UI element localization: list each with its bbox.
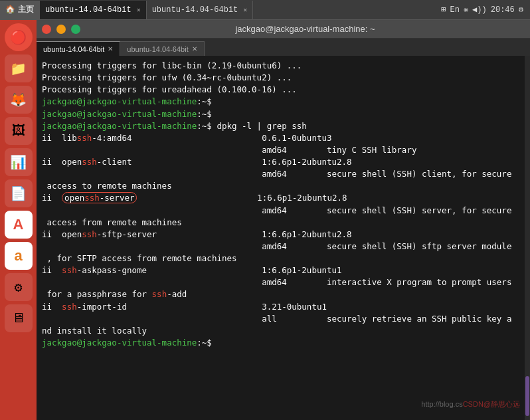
home-icon: 🏠 bbox=[5, 5, 15, 15]
sidebar-icon-files[interactable]: 📁 bbox=[5, 54, 33, 82]
window-maximize-button[interactable] bbox=[71, 25, 80, 34]
sidebar-icon-spreadsheet[interactable]: 📊 bbox=[5, 148, 33, 176]
settings-icon[interactable]: ⚙ bbox=[519, 5, 523, 15]
window-close-button[interactable] bbox=[42, 25, 51, 34]
home-tab[interactable]: 🏠 主页 bbox=[0, 1, 40, 19]
sidebar-icon-amazon[interactable]: a bbox=[5, 242, 33, 270]
sidebar: 🔴 📁 🦊 🖼 📊 📄 A a ⚙ 🖥 bbox=[0, 20, 37, 420]
terminal-window: jackgao@jackgao-virtual-machine: ~ ubunt… bbox=[37, 20, 530, 420]
terminal-content[interactable]: Processing triggers for libc-bin (2.19-0… bbox=[37, 56, 530, 420]
terminal-tab1-label: ubuntu-14.04-64bit bbox=[43, 45, 104, 53]
terminal-tab1[interactable]: ubuntu-14.04-64bit ✕ bbox=[37, 41, 120, 56]
taskbar: 🏠 主页 ubuntu-14.04-64bit ✕ ubuntu-14.04-6… bbox=[0, 0, 530, 20]
terminal-tab1-close[interactable]: ✕ bbox=[108, 45, 113, 52]
terminal-scrollbar[interactable] bbox=[525, 56, 530, 420]
tab1-close-icon[interactable]: ✕ bbox=[137, 6, 141, 14]
volume-icon[interactable]: ◀)) bbox=[472, 5, 487, 15]
taskbar-right: ⊞ En ❋ ◀)) 20:46 ⚙ bbox=[434, 5, 530, 15]
tab2[interactable]: ubuntu-14.04-64bit ✕ bbox=[147, 1, 254, 19]
scrollbar-thumb[interactable] bbox=[525, 376, 529, 416]
home-label: 主页 bbox=[18, 4, 34, 15]
sidebar-icon-text[interactable]: A bbox=[5, 211, 33, 239]
terminal-tab2[interactable]: ubuntu-14.04-64bit ✕ bbox=[120, 41, 204, 56]
tab1-label: ubuntu-14.04-64bit bbox=[45, 5, 132, 15]
terminal-titlebar: jackgao@jackgao-virtual-machine: ~ bbox=[37, 20, 530, 39]
terminal-output: Processing triggers for libc-bin (2.19-0… bbox=[42, 60, 525, 349]
time-display: 20:46 bbox=[491, 5, 515, 15]
en-label[interactable]: En bbox=[450, 5, 459, 15]
terminal-tabs: ubuntu-14.04-64bit ✕ ubuntu-14.04-64bit … bbox=[37, 39, 530, 56]
sidebar-icon-ubuntu[interactable]: 🔴 bbox=[5, 23, 33, 51]
sidebar-icon-workspace[interactable]: 🖥 bbox=[5, 304, 33, 332]
watermark-url: http://blog.cs bbox=[421, 400, 462, 408]
terminal-tab2-label: ubuntu-14.04-64bit bbox=[127, 45, 188, 53]
sidebar-icon-doc[interactable]: 📄 bbox=[5, 179, 33, 207]
window-minimize-button[interactable] bbox=[56, 25, 66, 34]
terminal-title: jackgao@jackgao-virtual-machine: ~ bbox=[86, 24, 525, 34]
layout-icon[interactable]: ⊞ bbox=[441, 5, 446, 15]
sidebar-icon-browser[interactable]: 🦊 bbox=[5, 86, 33, 114]
watermark-csdn: CSDN@静思心远 bbox=[463, 400, 520, 408]
watermark: http://blog.csCSDN@静思心远 bbox=[421, 399, 520, 410]
tab2-close-icon[interactable]: ✕ bbox=[243, 6, 247, 14]
sidebar-icon-image[interactable]: 🖼 bbox=[5, 117, 33, 145]
tab2-label: ubuntu-14.04-64bit bbox=[152, 5, 238, 15]
terminal-tab2-close[interactable]: ✕ bbox=[192, 45, 197, 52]
sidebar-icon-settings[interactable]: ⚙ bbox=[5, 273, 33, 301]
tab1[interactable]: ubuntu-14.04-64bit ✕ bbox=[40, 1, 147, 19]
bluetooth-icon: ❋ bbox=[464, 5, 468, 15]
taskbar-left: 🏠 主页 ubuntu-14.04-64bit ✕ ubuntu-14.04-6… bbox=[0, 1, 434, 19]
